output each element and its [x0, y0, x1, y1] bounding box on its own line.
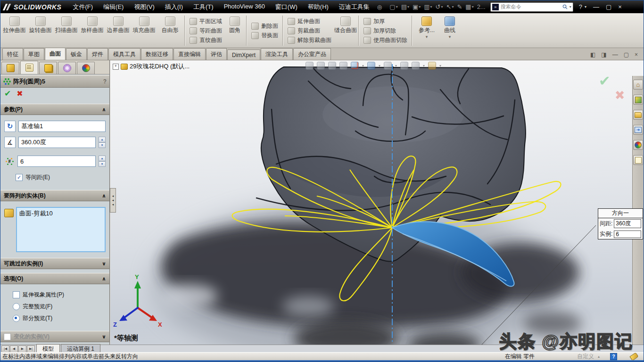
search-input[interactable]: 搜索命令: [501, 3, 561, 10]
menu-photoview[interactable]: PhotoView 360: [219, 1, 270, 13]
bodies-header[interactable]: 要阵列的实体(B) ∧: [0, 190, 109, 201]
confirm-ok-button[interactable]: ✔: [599, 73, 611, 89]
doc-minimize-button[interactable]: —: [612, 51, 618, 58]
tab-sheet-metal[interactable]: 钣金: [66, 48, 87, 60]
quick-tips-button[interactable]: ?: [610, 353, 617, 360]
feature-manager-tab[interactable]: [1, 62, 19, 74]
ruled-surface-button[interactable]: 直纹曲面: [190, 36, 222, 44]
parameters-header[interactable]: 参数(P) ∧: [0, 104, 109, 115]
tab-features[interactable]: 特征: [2, 48, 23, 60]
dimxpert-manager-tab[interactable]: [58, 62, 76, 74]
apply-scene-icon[interactable]: [412, 62, 420, 70]
revolved-surface-button[interactable]: 旋转曲面: [27, 15, 53, 47]
display-style-icon[interactable]: [367, 62, 375, 70]
planar-surface-button[interactable]: 平面区域: [190, 17, 222, 25]
trim-surface-button[interactable]: 剪裁曲面: [288, 27, 331, 35]
reference-geometry-button[interactable]: 参考...▾: [414, 15, 439, 47]
panel-splitter-handle[interactable]: ◂◂◂: [110, 188, 116, 213]
instances-value-field[interactable]: 6: [614, 230, 641, 238]
caret-icon[interactable]: ▾: [362, 64, 364, 68]
replace-face-button[interactable]: 替换面: [251, 32, 278, 40]
previous-view-icon[interactable]: [339, 62, 347, 70]
tree-expand-icon[interactable]: +: [113, 64, 119, 70]
caret-icon[interactable]: ▾: [395, 64, 397, 68]
bodies-selection-list[interactable]: 曲面-剪裁10: [16, 207, 106, 252]
property-manager-tab[interactable]: [20, 61, 38, 74]
select-button[interactable]: ↖▾: [446, 3, 454, 10]
varied-instances-checkbox[interactable]: [4, 333, 11, 340]
caret-icon[interactable]: ▾: [379, 64, 380, 68]
minimize-button[interactable]: —: [593, 3, 599, 10]
full-preview-radio[interactable]: [13, 303, 20, 310]
pin-menu-icon[interactable]: ◎: [377, 4, 382, 10]
partial-preview-option[interactable]: 部分预览(T): [13, 314, 105, 322]
solidworks-resources-button[interactable]: ⌂: [633, 80, 643, 90]
cut-with-surface-button[interactable]: 使用曲面切除: [363, 36, 407, 44]
menu-tools[interactable]: 工具(T): [189, 1, 218, 13]
doc-prev-window-icon[interactable]: ◧: [590, 51, 595, 58]
tab-evaluate[interactable]: 评估: [206, 48, 227, 60]
print-button[interactable]: ▥▾: [424, 3, 432, 10]
search-icon[interactable]: [562, 4, 568, 9]
confirm-cancel-button[interactable]: ✖: [615, 88, 625, 103]
tab-direct-editing[interactable]: 直接编辑: [173, 48, 206, 60]
tab-surfaces[interactable]: 曲面: [45, 48, 66, 60]
pm-ok-button[interactable]: ✔: [4, 90, 11, 98]
equal-spacing-checkbox[interactable]: ✓: [16, 174, 23, 181]
view-settings-icon[interactable]: [428, 62, 436, 70]
offset-surface-button[interactable]: 等距曲面: [190, 27, 222, 35]
propagate-visual-option[interactable]: 延伸视象属性(P): [13, 291, 105, 299]
help-caret-icon[interactable]: ▾: [585, 5, 586, 9]
varied-instances-header[interactable]: 变化的实例(V) ∨: [0, 331, 109, 342]
help-button[interactable]: ?: [579, 3, 582, 10]
view-orientation-icon[interactable]: [351, 62, 359, 70]
view-palette-button[interactable]: ➔: [633, 125, 643, 135]
angle-spinner[interactable]: ▴▾: [99, 137, 106, 148]
fillet-button[interactable]: 圆角: [225, 15, 245, 47]
swept-surface-button[interactable]: 扫描曲面: [53, 15, 79, 47]
pm-cancel-button[interactable]: ✖: [17, 90, 23, 98]
skip-instances-header[interactable]: 可跳过的实例(I) ∨: [0, 258, 109, 269]
freeform-button[interactable]: 自由形: [157, 15, 183, 47]
tab-dimxpert[interactable]: DimXpert: [227, 49, 260, 60]
design-library-button[interactable]: [633, 95, 643, 105]
untrim-surface-button[interactable]: 解除剪裁曲面: [288, 36, 331, 44]
doc-next-window-icon[interactable]: ◨: [601, 51, 606, 58]
pattern-axis-field[interactable]: 基准轴1: [18, 121, 106, 132]
more-commands-indicator[interactable]: 2...: [477, 3, 486, 10]
zoom-area-icon[interactable]: [317, 62, 325, 70]
zoom-fit-icon[interactable]: [305, 62, 314, 70]
custom-toolbar-label[interactable]: 自定义: [577, 353, 594, 361]
equal-spacing-option[interactable]: ✓ 等间距(E): [16, 173, 105, 181]
tab-office-products[interactable]: 办公室产品: [293, 48, 331, 60]
tab-weldments[interactable]: 焊件: [87, 48, 108, 60]
caret-icon[interactable]: ▾: [423, 64, 425, 68]
restore-button[interactable]: ▢: [606, 3, 611, 10]
selected-body-item[interactable]: 曲面-剪裁10: [19, 209, 102, 218]
edit-appearance-icon[interactable]: [400, 62, 408, 70]
options-header[interactable]: 选项(O) ∧: [0, 273, 109, 284]
next-tab-button[interactable]: ▶: [18, 346, 26, 353]
last-tab-button[interactable]: ▶|: [27, 346, 35, 353]
save-button[interactable]: ▣▾: [413, 3, 421, 10]
menu-help[interactable]: 帮助(H): [303, 1, 333, 13]
graphics-area[interactable]: Y X Z + 29玫瑰花DHQ (默认... ▾ ▾ ▾ ▾ ▾ ✔: [110, 60, 644, 345]
menu-insert[interactable]: 插入(I): [160, 1, 188, 13]
hide-show-items-icon[interactable]: [384, 62, 392, 70]
first-tab-button[interactable]: |◀: [1, 346, 9, 353]
custom-caret-icon[interactable]: ▴: [598, 354, 600, 359]
new-document-button[interactable]: ▢▾: [389, 3, 397, 10]
rebuild-button[interactable]: ✎: [457, 3, 462, 10]
undo-button[interactable]: ↺▾: [436, 3, 443, 10]
appearances-button[interactable]: [633, 140, 643, 150]
tab-data-migration[interactable]: 数据迁移: [141, 48, 173, 60]
instance-count-field[interactable]: 6: [17, 156, 96, 167]
file-explorer-button[interactable]: [633, 110, 643, 120]
full-preview-option[interactable]: 完整预览(F): [13, 303, 105, 311]
curves-button[interactable]: 曲线▾: [439, 15, 460, 47]
custom-properties-button[interactable]: [633, 155, 643, 165]
tab-sketch[interactable]: 草图: [24, 48, 44, 60]
pattern-angle-field[interactable]: 360.00度: [18, 137, 96, 148]
close-button[interactable]: ×: [618, 3, 622, 10]
lofted-surface-button[interactable]: 放样曲面: [79, 15, 105, 47]
